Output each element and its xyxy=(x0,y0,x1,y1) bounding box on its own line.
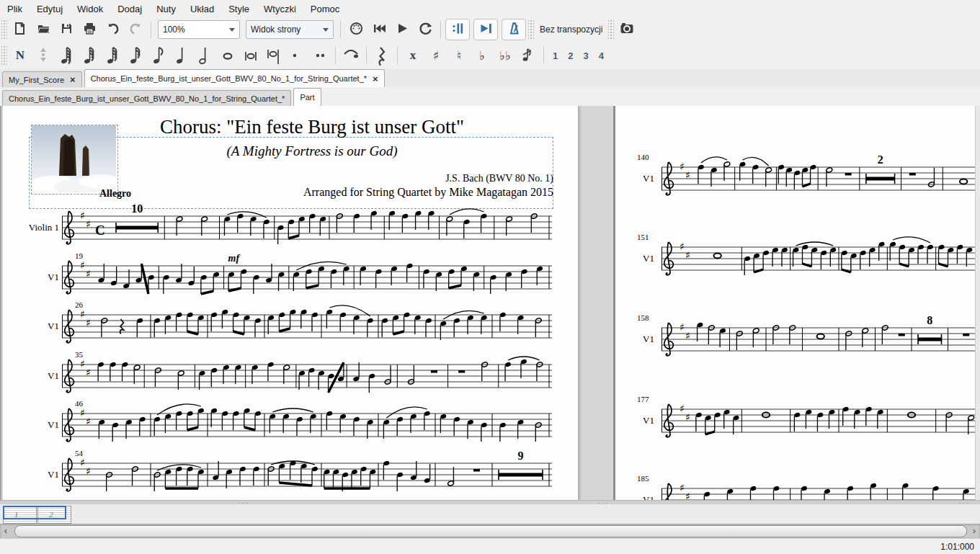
svg-text:♯: ♯ xyxy=(680,241,685,252)
score-page-1: Chorus: "Ein feste Burg ist unser Gott" … xyxy=(3,106,579,500)
new-score-button[interactable] xyxy=(9,19,31,40)
sharp-button[interactable]: ♯ xyxy=(425,45,447,66)
horizontal-scrollbar[interactable]: ‹ › xyxy=(0,524,980,538)
staff-system: 151V1♯♯ xyxy=(615,231,980,292)
play-button[interactable] xyxy=(391,19,413,40)
svg-text:♯: ♯ xyxy=(86,218,91,230)
double-flat-button[interactable]: ♭♭ xyxy=(494,45,516,66)
redo-button[interactable] xyxy=(125,19,146,40)
scrollbar-thumb[interactable] xyxy=(14,525,967,537)
navigator-page-number: 2 xyxy=(49,510,53,519)
grace-note-button[interactable] xyxy=(517,45,539,66)
svg-text:♯: ♯ xyxy=(680,321,685,333)
screenshot-camera-button[interactable] xyxy=(616,19,638,40)
double-sharp-button[interactable]: x xyxy=(402,45,424,66)
navigator-viewport[interactable] xyxy=(3,506,66,519)
tie-button[interactable] xyxy=(340,45,362,66)
rewind-icon xyxy=(373,22,386,37)
svg-text:♯: ♯ xyxy=(86,416,91,427)
view-tab-2[interactable]: Part xyxy=(293,88,321,106)
toolbar-handle[interactable] xyxy=(528,20,534,39)
svg-text:♯: ♯ xyxy=(685,411,690,423)
menu-wtyczki[interactable]: Wtyczki xyxy=(257,1,303,17)
note-half-button[interactable] xyxy=(194,45,215,66)
svg-text:♯: ♯ xyxy=(685,330,690,341)
open-file-button[interactable] xyxy=(32,19,54,40)
menu-pomoc[interactable]: Pomoc xyxy=(303,1,347,17)
print-icon xyxy=(83,22,97,37)
midi-input-button[interactable] xyxy=(345,19,367,40)
menu-edytuj[interactable]: Edytuj xyxy=(30,1,70,17)
natural-button[interactable]: ♮ xyxy=(448,45,470,66)
pitch-spinner-button[interactable] xyxy=(32,45,54,66)
svg-text:♯: ♯ xyxy=(80,407,85,419)
augmentation-dot-icon xyxy=(290,44,304,68)
zoom-select[interactable]: 100% xyxy=(158,20,240,39)
pan-playback-button[interactable] xyxy=(473,19,498,40)
view-tab-bar: Chorus_Ein_feste_Burg_ist_unser_Gott_BWV… xyxy=(0,87,980,107)
instrument-label: V1 xyxy=(16,272,59,283)
print-button[interactable] xyxy=(79,19,100,40)
loop-playback-button[interactable] xyxy=(414,19,436,40)
rewind-button[interactable] xyxy=(368,19,390,40)
note-whole-button[interactable] xyxy=(217,45,239,66)
voice-3-button[interactable]: 3 xyxy=(578,50,593,61)
undo-button[interactable] xyxy=(102,19,123,40)
scroll-left-icon[interactable]: ‹ xyxy=(0,524,12,538)
navigator-panel[interactable]: 12 xyxy=(0,504,980,524)
staff-system: 177V1♯♯ xyxy=(615,393,980,454)
voice-1-button[interactable]: 1 xyxy=(548,50,563,61)
menu-układ[interactable]: Układ xyxy=(183,1,221,17)
document-tab-2[interactable]: Chorus_Ein_feste_Burg_ist_unser_Gott_BWV… xyxy=(84,69,385,87)
screenshot-camera-icon xyxy=(620,22,634,37)
natural-icon: ♮ xyxy=(457,48,461,63)
menu-widok[interactable]: Widok xyxy=(70,1,110,17)
note-8-button[interactable] xyxy=(148,45,169,66)
save-button[interactable] xyxy=(55,19,77,40)
score-canvas[interactable]: Chorus: "Ein feste Burg ist unser Gott" … xyxy=(0,106,980,500)
scroll-right-icon[interactable]: › xyxy=(968,524,980,538)
toolbar-handle[interactable] xyxy=(1,46,7,65)
instrument-label: V1 xyxy=(624,253,654,264)
menu-nuty[interactable]: Nuty xyxy=(149,1,183,17)
menu-plik[interactable]: Plik xyxy=(0,1,30,17)
toolbar-handle[interactable] xyxy=(1,20,7,39)
document-tab-1[interactable]: My_First_Score× xyxy=(2,71,82,87)
note-64-button[interactable] xyxy=(79,45,100,66)
svg-text:♯: ♯ xyxy=(86,465,91,477)
toolbar-handle[interactable] xyxy=(608,20,614,39)
instrument-label: V1 xyxy=(16,419,59,431)
staff-notation: ♯♯9 xyxy=(62,447,552,500)
menu-dodaj[interactable]: Dodaj xyxy=(110,1,149,17)
flat-button[interactable]: ♭ xyxy=(471,45,493,66)
voice-2-button[interactable]: 2 xyxy=(563,50,578,61)
voice-4-button[interactable]: 4 xyxy=(594,50,609,61)
close-icon[interactable]: × xyxy=(70,74,76,85)
note-128-button[interactable] xyxy=(55,45,77,66)
flat-icon: ♭ xyxy=(479,48,485,63)
document-tab-bar: My_First_Score×Chorus_Ein_feste_Burg_ist… xyxy=(0,69,980,88)
close-icon[interactable]: × xyxy=(373,73,378,84)
augmentation-dot-button[interactable] xyxy=(286,45,308,66)
view-tab-1[interactable]: Chorus_Ein_feste_Burg_ist_unser_Gott_BWV… xyxy=(2,90,291,106)
midi-input-icon xyxy=(349,22,363,37)
note-quarter-button[interactable] xyxy=(171,45,192,66)
view-mode-select[interactable]: Widok strony xyxy=(246,20,334,39)
menu-style[interactable]: Style xyxy=(221,1,257,17)
svg-text:♯: ♯ xyxy=(685,169,690,181)
rest-button[interactable] xyxy=(371,45,393,66)
note-32-button[interactable] xyxy=(102,45,123,66)
note-128-icon xyxy=(59,44,74,68)
note-16-button[interactable] xyxy=(125,45,146,66)
note-breve-button[interactable] xyxy=(240,45,262,66)
measure-number: 140 xyxy=(637,153,649,161)
double-augmentation-dot-button[interactable] xyxy=(309,45,331,66)
note-longa-button[interactable] xyxy=(263,45,285,66)
repeat-playback-button[interactable] xyxy=(445,19,470,40)
svg-text:♯: ♯ xyxy=(685,249,690,261)
metronome-button[interactable] xyxy=(502,19,526,40)
vertical-scrollbar[interactable] xyxy=(975,106,980,500)
transposition-label: Bez transpozycji xyxy=(540,24,602,35)
separator xyxy=(340,21,341,38)
note-input-button[interactable]: N xyxy=(9,45,31,66)
